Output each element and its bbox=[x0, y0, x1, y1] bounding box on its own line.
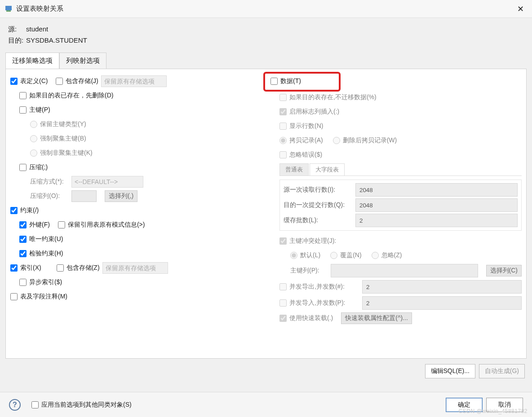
rb-copy-record[interactable] bbox=[279, 137, 287, 144]
cb-table-def[interactable] bbox=[10, 78, 18, 85]
btn-edit-sql[interactable]: 编辑SQL(E)... bbox=[425, 364, 475, 378]
btn-auto-gen[interactable]: 自动生成(G) bbox=[479, 364, 525, 378]
dd-compress-mode[interactable]: <--DEFAULT--> bbox=[71, 176, 143, 188]
dd-storage-options-z[interactable]: 保留原有存储选项 bbox=[102, 262, 168, 274]
rb-pk-default[interactable] bbox=[290, 252, 297, 259]
tf-pk-col[interactable] bbox=[331, 264, 478, 277]
bottombar: ? 应用当前选项到其他同类对象(S) 确定 取消 bbox=[0, 392, 532, 417]
close-icon[interactable]: ✕ bbox=[514, 4, 527, 14]
target-label: 目的: bbox=[8, 36, 26, 45]
cb-index[interactable] bbox=[10, 264, 18, 272]
cb-unique[interactable] bbox=[19, 236, 27, 243]
lbl-cache-batches: 缓存批数(L): bbox=[284, 216, 355, 224]
lbl-unique: 唯一约束(U) bbox=[29, 235, 63, 243]
cb-compress[interactable] bbox=[19, 164, 27, 171]
lbl-keep-pk-type: 保留主键类型(Y) bbox=[40, 120, 86, 128]
tab-column-map[interactable]: 列映射选项 bbox=[59, 53, 106, 69]
cb-parallel-import[interactable] bbox=[279, 299, 287, 307]
lbl-pk: 主键(P) bbox=[29, 106, 50, 114]
source-value: student bbox=[26, 25, 48, 34]
lbl-delete-then-copy: 删除后拷贝记录(W) bbox=[343, 136, 397, 145]
tf-compress-cols[interactable] bbox=[71, 190, 97, 202]
titlebar: 设置表映射关系 ✕ bbox=[0, 0, 532, 18]
lbl-parallel-export: 并发导出,并发数(#): bbox=[289, 283, 359, 291]
options-panel: 表定义(C) 包含存储(J) 保留原有存储选项 如果目的表已存在，先删除(D) … bbox=[5, 69, 527, 359]
lbl-show-rows: 显示行数(N) bbox=[289, 122, 323, 130]
lbl-index: 索引(X) bbox=[20, 264, 41, 272]
lbl-check: 检验约束(H) bbox=[29, 250, 63, 258]
cb-keep-ref-schema[interactable] bbox=[58, 221, 65, 228]
lbl-pk-conflict: 主键冲突处理(J): bbox=[289, 237, 336, 245]
lbl-force-noncluster-pk: 强制非聚集主键(K) bbox=[40, 149, 93, 157]
lbl-compress-mode: 压缩方式(*): bbox=[30, 178, 69, 186]
rb-pk-ignore[interactable] bbox=[372, 252, 379, 259]
help-icon[interactable]: ? bbox=[9, 399, 21, 411]
lbl-fast-load: 使用快速装载(.) bbox=[289, 314, 333, 322]
lbl-copy-record: 拷贝记录(A) bbox=[289, 136, 323, 145]
tf-src-read-rows[interactable] bbox=[355, 183, 518, 197]
window-title: 设置表映射关系 bbox=[16, 4, 63, 13]
lbl-data: 数据(T) bbox=[280, 77, 301, 85]
cb-show-rows[interactable] bbox=[279, 123, 287, 130]
cb-pk-conflict[interactable] bbox=[279, 237, 287, 245]
cb-ignore-err[interactable] bbox=[279, 151, 287, 158]
btn-fast-load-cfg[interactable]: 快速装载属性配置(^)... bbox=[341, 312, 412, 324]
cb-fk[interactable] bbox=[19, 221, 27, 228]
btn-cancel[interactable]: 取消 bbox=[486, 398, 523, 412]
btn-ok[interactable]: 确定 bbox=[446, 398, 483, 412]
footer-buttons: 编辑SQL(E)... 自动生成(G) bbox=[0, 359, 532, 384]
cb-data[interactable] bbox=[270, 78, 278, 85]
right-column: 数据(T) 如果目的表存在,不迁移数据(%) 启用标志列插入(:) 显示行数(N… bbox=[266, 69, 526, 358]
lbl-delete-if-exists: 如果目的表已存在，先删除(D) bbox=[29, 92, 113, 100]
cb-constraint[interactable] bbox=[10, 207, 18, 214]
source-label: 源: bbox=[8, 25, 26, 34]
lbl-comment: 表及字段注释(M) bbox=[20, 293, 67, 301]
lbl-apply-all: 应用当前选项到其他同类对象(S) bbox=[41, 401, 132, 409]
lbl-identity-insert: 启用标志列插入(:) bbox=[289, 108, 339, 116]
target-value: SYSDBA.STUDENT bbox=[26, 36, 87, 45]
lbl-force-cluster-pk: 强制聚集主键(B) bbox=[40, 135, 86, 143]
subtabs: 普通表 大字段表 bbox=[279, 163, 522, 176]
cb-delete-if-exists[interactable] bbox=[19, 92, 27, 99]
lbl-async-index: 异步索引($) bbox=[29, 278, 62, 286]
tf-dst-commit-rows[interactable] bbox=[355, 198, 518, 212]
cb-comment[interactable] bbox=[10, 293, 18, 300]
btn-select-cols-compress[interactable]: 选择列(,) bbox=[105, 190, 137, 202]
tf-cache-batches[interactable] bbox=[355, 214, 518, 227]
cb-identity-insert[interactable] bbox=[279, 108, 287, 115]
tab-migration[interactable]: 迁移策略选项 bbox=[5, 53, 59, 69]
cb-include-storage-j[interactable] bbox=[56, 78, 63, 85]
mapping-meta: 源: student 目的: SYSDBA.STUDENT bbox=[0, 18, 532, 49]
lbl-pk-override: 覆盖(N) bbox=[340, 251, 361, 259]
rb-force-cluster-pk[interactable] bbox=[30, 135, 37, 142]
tf-parallel-import[interactable] bbox=[362, 296, 522, 310]
main-tabs: 迁移策略选项 列映射选项 bbox=[5, 52, 527, 69]
rb-delete-then-copy[interactable] bbox=[333, 137, 340, 144]
svg-rect-0 bbox=[5, 6, 12, 10]
subtab-lob[interactable]: 大字段表 bbox=[310, 163, 345, 176]
lbl-table-def: 表定义(C) bbox=[20, 77, 48, 85]
lbl-include-storage-j: 包含存储(J) bbox=[66, 77, 98, 85]
rb-force-noncluster-pk[interactable] bbox=[30, 149, 37, 157]
rb-keep-pk-type[interactable] bbox=[30, 121, 37, 128]
cb-pk[interactable] bbox=[19, 106, 27, 114]
lbl-ignore-err: 忽略错误($) bbox=[289, 151, 322, 159]
cb-check[interactable] bbox=[19, 250, 27, 257]
lbl-pk-default: 默认(L) bbox=[300, 251, 320, 259]
cb-parallel-export[interactable] bbox=[279, 283, 287, 290]
dd-storage-options-j[interactable]: 保留原有存储选项 bbox=[101, 75, 167, 87]
app-icon bbox=[5, 5, 13, 13]
lbl-fk: 外键(F) bbox=[29, 221, 50, 229]
tf-parallel-export[interactable] bbox=[362, 280, 522, 294]
cb-async-index[interactable] bbox=[19, 279, 27, 286]
cb-fast-load[interactable] bbox=[279, 315, 287, 322]
subtab-normal[interactable]: 普通表 bbox=[279, 163, 309, 176]
lbl-compress-cols: 压缩列(O): bbox=[30, 192, 69, 200]
btn-select-cols-pk[interactable]: 选择列(C) bbox=[486, 265, 522, 277]
svg-rect-1 bbox=[6, 10, 11, 12]
cb-include-storage-z[interactable] bbox=[57, 264, 64, 272]
cb-apply-all[interactable] bbox=[31, 401, 39, 408]
cb-if-exists-nomigrate[interactable] bbox=[279, 94, 287, 101]
rb-pk-override[interactable] bbox=[330, 252, 337, 259]
lbl-pk-ignore: 忽略(Z) bbox=[381, 251, 402, 259]
